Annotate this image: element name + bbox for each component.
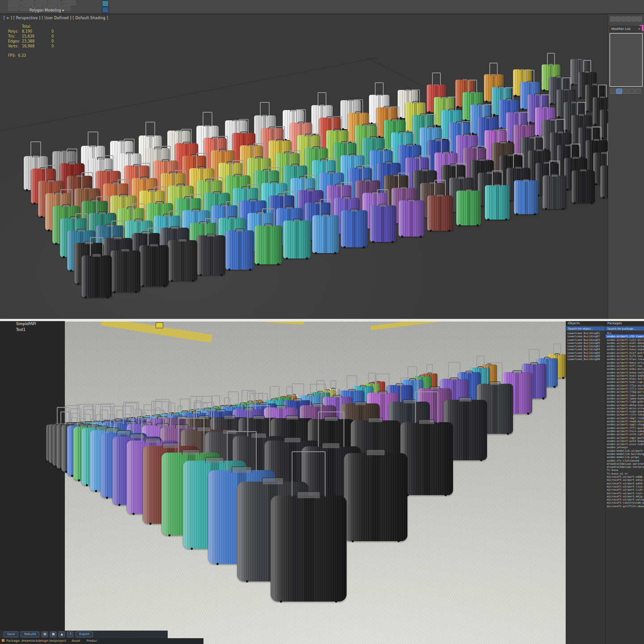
suitcase[interactable]	[514, 180, 538, 214]
package-item[interactable]: asobo-airport-lfpg-paris-char	[606, 390, 644, 393]
package-item[interactable]: asobo-modellib-buildings	[606, 452, 644, 455]
package-item[interactable]: asobo-airport-kcof-patrickafb	[606, 351, 644, 354]
suitcase[interactable]	[398, 200, 424, 237]
suitcase[interactable]	[427, 195, 453, 231]
package-item[interactable]: asobo-airport-kxmr-cap-canave	[606, 380, 644, 383]
display-tab-icon[interactable]	[631, 17, 636, 21]
object-item[interactable]: LowerLoom_Building03	[566, 338, 605, 341]
create-tab-icon[interactable]	[610, 17, 615, 21]
suitcase[interactable]	[400, 422, 453, 495]
package-item[interactable]: asobo-airport-lfia-ascata	[606, 384, 644, 387]
suitcase[interactable]	[197, 235, 225, 275]
package-item[interactable]: asobo-airport-nzqn-queenstown	[606, 410, 644, 413]
ribbon-button[interactable]	[35, 0, 47, 5]
object-item[interactable]: LowerLoom_Building06	[566, 351, 605, 354]
package-item[interactable]: asobo-airport-tffj-gustaf	[606, 426, 644, 429]
package-item[interactable]: asobo-airport-spgl-chagual	[606, 423, 644, 426]
max-viewport[interactable]: [ + ] [ Perspective ] [ User Defined ] […	[0, 14, 608, 319]
modifier-stack[interactable]	[610, 33, 643, 87]
viewport-label[interactable]: [ + ] [ Perspective ] [ User Defined ] […	[4, 16, 108, 20]
package-item[interactable]: asobo-jetways	[606, 445, 644, 449]
suitcase[interactable]	[370, 205, 396, 242]
package-item[interactable]: asobo-modellib-airport-generic	[606, 449, 644, 452]
package-item[interactable]: asobo-airport-ksea-seattle-ta	[606, 371, 644, 374]
package-item[interactable]: asobo-airport-knfl-nas-fallon	[606, 364, 644, 367]
package-item[interactable]: asobo-airport-eidl-donegal	[606, 341, 644, 344]
package-item[interactable]: microsoft-airport-edvk-kassel	[606, 482, 644, 485]
package-item[interactable]: microsoft-airport-eddp-leipzig	[606, 475, 644, 478]
package-item[interactable]: asobo-airport-lxgb-gibraltar	[606, 400, 644, 403]
package-item[interactable]: dreamlockdesign-testproject	[606, 465, 644, 468]
object-item[interactable]: LowerLoom_Building01	[566, 331, 605, 335]
rebuild-button[interactable]: Rebuild	[21, 631, 39, 637]
package-item[interactable]: microsoft-airport-lszh-zurich	[606, 488, 644, 491]
package-item[interactable]: asobo-airport-c53-lowerloon	[606, 335, 644, 338]
help-icon[interactable]: ?	[67, 631, 73, 637]
suitcase[interactable]	[485, 185, 510, 220]
utilities-tab-icon[interactable]	[637, 17, 642, 21]
object-item[interactable]: LowerLoom_Building09	[566, 357, 605, 360]
package-item[interactable]: asobo-airport-lpma-madeira	[606, 397, 644, 400]
suitcase[interactable]	[271, 496, 347, 602]
package-item[interactable]: asobo-airport-vnlk-lukla	[606, 432, 644, 436]
suitcase[interactable]	[312, 215, 339, 253]
scene-item[interactable]: SimplePAPI	[0, 321, 65, 327]
package-item[interactable]: asobo-modellib-props	[606, 455, 644, 458]
modifier-list-dropdown[interactable]: Modifier List▾	[610, 26, 642, 32]
suitcase[interactable]	[572, 170, 595, 203]
object-item[interactable]: LowerLoom_Building05	[566, 341, 605, 344]
suitcase[interactable]	[168, 240, 197, 281]
package-item[interactable]: asobo-airport-kjfk-new-york-j	[606, 354, 644, 357]
package-item[interactable]: asobo-vfx-stationweb	[606, 459, 644, 462]
package-item[interactable]: asobo-airport-ktex-telluride	[606, 377, 644, 380]
save-icon[interactable]: ▦	[50, 631, 56, 637]
package-item[interactable]: asobo-airport-ksez-sedona	[606, 374, 644, 377]
suitcase[interactable]	[600, 165, 608, 198]
package-item[interactable]: asobo-airport-cytz-billy-bish	[606, 338, 644, 341]
package-item[interactable]: asobo-airport-rjtt-tokyo-hane	[606, 413, 644, 416]
package-item[interactable]: asobo-airport-kase-aspen	[606, 347, 644, 351]
package-item[interactable]: asobo-airport-seqm-mariscal-s	[606, 419, 644, 423]
up-icon[interactable]: ▲	[59, 631, 65, 637]
object-item[interactable]: LowerLoom_Building04	[566, 347, 605, 351]
suitcase[interactable]	[225, 230, 254, 270]
package-search-input[interactable]: Search for package...	[606, 326, 644, 330]
suitcase[interactable]	[81, 255, 112, 297]
suitcase[interactable]	[344, 453, 407, 541]
scene-item[interactable]: Test1	[0, 327, 65, 333]
package-item[interactable]: microsoft-airport-volsport	[606, 498, 644, 501]
package-item[interactable]: fs-base	[606, 468, 644, 471]
viewport-layout-icon[interactable]	[102, 7, 109, 13]
package-item[interactable]: dreamlockdesign-aprirenzone	[606, 462, 644, 465]
export-button[interactable]: Export	[76, 631, 93, 637]
ribbon-button[interactable]	[62, 0, 76, 5]
save-button[interactable]: Save	[4, 631, 18, 637]
folder-icon[interactable]: ▤	[42, 631, 48, 637]
package-item[interactable]: asobo-airport-sbgl-riodejanei	[606, 416, 644, 419]
modify-tab-icon[interactable]	[615, 17, 620, 21]
package-item[interactable]: microsoft-airport-edja-allgau	[606, 478, 644, 481]
package-item[interactable]: asobo-airport-huen-entebbe	[606, 344, 644, 347]
package-item[interactable]: asobo-airport-knkx-miramar-mc	[606, 367, 644, 370]
package-item[interactable]: asobo-airport-wx53-bugalaga	[606, 439, 644, 442]
object-item[interactable]: LowerLoom_Building07	[566, 335, 605, 338]
object-item[interactable]: LowerLoom_Building02	[566, 344, 605, 347]
suitcase[interactable]	[139, 245, 169, 286]
package-item[interactable]: asobo-airport-lflj-courchevel	[606, 387, 644, 390]
viewport-layout-icon[interactable]	[102, 0, 109, 7]
package-item[interactable]: asobo-airport-mhtg-toncontin	[606, 403, 644, 407]
suitcase[interactable]	[110, 250, 140, 292]
package-item[interactable]: asobo-airport-yssy-sydney	[606, 442, 644, 445]
ribbon-button[interactable]	[48, 0, 61, 5]
package-item[interactable]: microsoft-countryside-point-o	[606, 501, 644, 504]
object-item[interactable]: LowerLoom_Building08	[566, 354, 605, 357]
package-item[interactable]: microsoft-airport-lsza-lugano	[606, 485, 644, 488]
package-item[interactable]: asobo-airport-lowi-innsbruck	[606, 394, 644, 397]
remove-modifier-button[interactable]	[629, 89, 635, 94]
package-item[interactable]: asobo-airport-mrsn-sirena-sta	[606, 407, 644, 410]
suitcase[interactable]	[542, 175, 567, 209]
ribbon-section-label[interactable]: Polygon Modeling ▾	[30, 8, 64, 13]
suitcase[interactable]	[341, 210, 368, 247]
configure-modifier-button[interactable]	[635, 89, 641, 94]
make-unique-button[interactable]	[623, 89, 628, 94]
